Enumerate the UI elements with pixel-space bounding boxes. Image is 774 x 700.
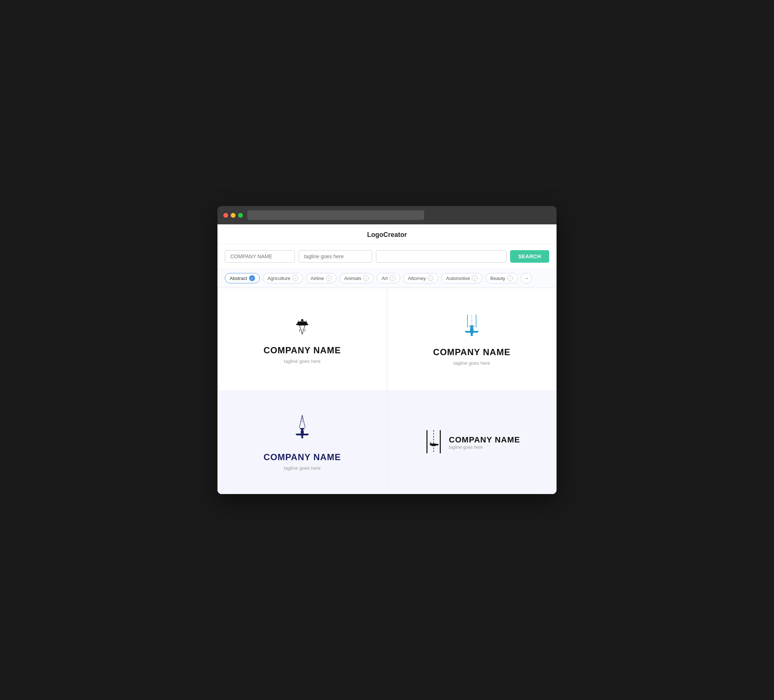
svg-point-16 xyxy=(471,334,473,336)
close-button[interactable] xyxy=(223,213,228,218)
traffic-lights xyxy=(223,213,243,218)
logo2-tagline: tagline goes here xyxy=(453,360,490,366)
logo4-company-name: COMPANY NAME xyxy=(449,435,520,445)
filter-check-automotive: ✓ xyxy=(472,275,478,281)
app-title: LogoCreator xyxy=(367,231,407,238)
svg-marker-28 xyxy=(432,444,436,446)
svg-line-18 xyxy=(302,415,305,428)
filter-chip-agriculture[interactable]: Agriculture✓ xyxy=(263,273,303,283)
filter-check-beauty: ✓ xyxy=(507,275,513,281)
filter-check-art: ✓ xyxy=(390,275,395,281)
logo2-icon xyxy=(457,313,486,340)
filter-chip-abstract[interactable]: Abstract✓ xyxy=(225,273,260,283)
filter-label-art: Art xyxy=(382,276,388,281)
filters-more-button[interactable]: → xyxy=(521,272,532,284)
filter-label-agriculture: Agriculture xyxy=(268,276,290,281)
filter-chip-beauty[interactable]: Beauty✓ xyxy=(485,273,518,283)
logo3-icon xyxy=(291,414,313,446)
filter-chip-automotive[interactable]: Automotive✓ xyxy=(441,273,483,283)
browser-chrome xyxy=(217,206,557,225)
tagline-input[interactable] xyxy=(299,250,372,262)
filter-check-attorney: ✓ xyxy=(428,275,433,281)
logo2-company-name: COMPANY NAME xyxy=(433,347,511,357)
svg-marker-15 xyxy=(469,325,475,327)
svg-marker-14 xyxy=(465,331,479,333)
filter-chip-animals[interactable]: Animals✓ xyxy=(339,273,374,283)
minimize-button[interactable] xyxy=(231,213,235,218)
url-bar[interactable] xyxy=(247,210,424,220)
filter-check-abstract: ✓ xyxy=(249,275,255,281)
svg-point-30 xyxy=(437,444,438,446)
browser-window: LogoCreator SEARCH Abstract✓Agriculture✓… xyxy=(217,206,557,494)
logo3-company-name: COMPANY NAME xyxy=(263,452,341,462)
svg-point-23 xyxy=(301,437,303,438)
svg-point-6 xyxy=(296,324,299,325)
svg-line-17 xyxy=(299,415,302,428)
logo4-tagline: tagline goes here xyxy=(449,445,483,450)
svg-marker-5 xyxy=(301,319,304,321)
browser-content: LogoCreator SEARCH Abstract✓Agriculture✓… xyxy=(217,225,557,494)
filter-check-agriculture: ✓ xyxy=(292,275,298,281)
svg-point-13 xyxy=(470,326,473,335)
logo-grid: COMPANY NAME tagline goes here xyxy=(217,288,557,494)
svg-point-7 xyxy=(305,324,308,325)
maximize-button[interactable] xyxy=(238,213,243,218)
filter-label-attorney: Attorney xyxy=(408,276,426,281)
svg-marker-22 xyxy=(299,428,305,429)
search-button[interactable]: SEARCH xyxy=(510,250,549,262)
logo1-icon xyxy=(286,315,319,338)
logo-card-1[interactable]: COMPANY NAME tagline goes here xyxy=(217,288,387,391)
filter-label-automotive: Automotive xyxy=(446,276,470,281)
logo3-tagline: tagline goes here xyxy=(284,465,321,471)
filter-label-beauty: Beauty xyxy=(490,276,505,281)
svg-marker-29 xyxy=(430,442,432,444)
filters-bar: Abstract✓Agriculture✓Airline✓Animals✓Art… xyxy=(217,269,557,288)
logo1-tagline: tagline goes here xyxy=(284,358,321,364)
logo4-text-block: COMPANY NAME tagline goes here xyxy=(449,435,520,450)
filter-chip-attorney[interactable]: Attorney✓ xyxy=(403,273,438,283)
filter-label-animals: Animals xyxy=(344,276,361,281)
filter-chip-art[interactable]: Art✓ xyxy=(377,273,400,283)
logo-card-2[interactable]: COMPANY NAME tagline goes here xyxy=(387,288,557,391)
logo1-company-name: COMPANY NAME xyxy=(263,345,341,355)
svg-marker-21 xyxy=(296,434,309,436)
svg-point-20 xyxy=(301,428,304,437)
middle-search-input[interactable] xyxy=(376,250,506,262)
filter-label-abstract: Abstract xyxy=(230,276,247,281)
logo-card-3[interactable]: COMPANY NAME tagline goes here xyxy=(217,391,387,494)
logo-card-4[interactable]: COMPANY NAME tagline goes here xyxy=(387,391,557,494)
filter-check-airline: ✓ xyxy=(326,275,332,281)
logo4-icon xyxy=(423,427,444,458)
search-bar: SEARCH xyxy=(217,244,557,269)
filter-chip-airline[interactable]: Airline✓ xyxy=(306,273,336,283)
company-name-input[interactable] xyxy=(225,250,295,262)
filter-check-animals: ✓ xyxy=(363,275,369,281)
app-header: LogoCreator xyxy=(217,225,557,244)
filter-label-airline: Airline xyxy=(311,276,324,281)
